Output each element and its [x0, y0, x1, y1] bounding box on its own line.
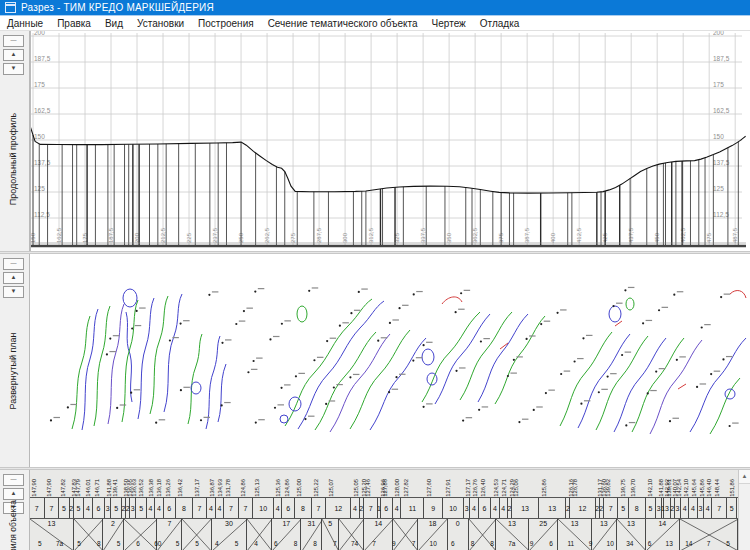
distance-cell: 4 — [274, 498, 282, 518]
svg-text:312,5: 312,5 — [368, 227, 374, 243]
elevation-label: 127,82 — [403, 479, 409, 497]
menu-item-1[interactable]: Данные — [0, 18, 50, 29]
elevation-label: 151,86 — [729, 479, 735, 497]
svg-text:437,5: 437,5 — [628, 227, 634, 243]
distance-cell: 7 — [45, 498, 60, 518]
svg-text:362,5: 362,5 — [472, 227, 478, 243]
svg-text:225: 225 — [186, 232, 192, 243]
workspace: — ▲ ▼ Продольный профиль 150162,5175187,… — [0, 31, 750, 550]
svg-text:400: 400 — [550, 232, 556, 243]
elevation-label: 139,82 — [605, 479, 611, 497]
distance-cell: 12 — [326, 498, 351, 518]
elevation-label: 145,86 — [699, 479, 705, 497]
menu-item-8[interactable]: Отладка — [473, 18, 527, 29]
plan-collapse-button[interactable]: — — [3, 258, 24, 270]
profile-move-up-button[interactable]: ▲ — [3, 49, 24, 61]
menu-item-4[interactable]: Установки — [130, 18, 191, 29]
menu-item-5[interactable]: Построения — [191, 18, 261, 29]
distance-cell: 4 — [491, 498, 499, 518]
distance-cell: 6 — [381, 498, 394, 518]
distance-cell: 7 — [30, 498, 45, 518]
distance-cell: 4 — [84, 498, 92, 518]
distance-cell: 5 — [646, 498, 656, 518]
elevation-label: 146,01 — [85, 479, 91, 497]
table-vertical-scrollbar[interactable]: ▲ — [738, 470, 750, 550]
distance-cell: 4 — [681, 498, 689, 518]
window-title: Разрез - ТИМ КРЕДО МАРКШЕЙДЕРИЯ — [21, 2, 214, 13]
distance-cell: 7 — [312, 498, 327, 518]
distance-cell: 11 — [401, 498, 424, 518]
svg-text:112,5: 112,5 — [713, 211, 729, 218]
elevation-label: 136,42 — [177, 479, 183, 497]
elevation-label: 146,71 — [94, 479, 100, 497]
titlebar: Разрез - ТИМ КРЕДО МАРКШЕЙДЕРИЯ — [0, 0, 750, 16]
distance-cell: 7 — [193, 498, 208, 518]
elevation-label: 136,52 — [138, 479, 144, 497]
plan-canvas[interactable] — [30, 254, 750, 467]
plan-sidebar: — ▲ ▼ Развернутый план — [0, 254, 30, 467]
elevation-label: 124,86 — [284, 479, 290, 497]
panel-object-profile-table: — ▲ ▼ профиля объекта 147,90147,90147,82… — [0, 470, 750, 550]
elevation-label: 147,79 — [75, 479, 81, 497]
menu-item-2[interactable]: Правка — [50, 18, 98, 29]
elevation-label: 136,87 — [209, 479, 215, 497]
elevation-label: 127,91 — [445, 479, 451, 497]
elevation-label: 147,90 — [46, 479, 52, 497]
menu-item-6[interactable]: Сечение тематического объекта — [261, 18, 425, 29]
plan-move-up-button[interactable]: ▲ — [3, 272, 24, 284]
menu-item-3[interactable]: Вид — [98, 18, 130, 29]
table-collapse-button[interactable]: — — [3, 474, 24, 486]
distance-cell: 5 — [74, 498, 84, 518]
distance-cell: 13 — [539, 498, 566, 518]
elevation-label: 125,22 — [313, 479, 319, 497]
svg-text:175: 175 — [34, 81, 45, 88]
menu-item-7[interactable]: Чертеж — [425, 18, 473, 29]
distance-cell: 9 — [424, 498, 443, 518]
svg-text:350: 350 — [446, 232, 452, 243]
elevation-label: 127,46 — [365, 479, 371, 497]
table-row-distances: 7752546352235446874477104687124271641191… — [30, 498, 738, 519]
object-profile-table: 147,90147,90147,82147,83147,79146,01146,… — [30, 470, 738, 550]
distance-cell: 8 — [176, 498, 193, 518]
distance-cell: 4 — [393, 498, 401, 518]
profile-collapse-button[interactable]: — — [3, 35, 24, 47]
distance-cell: 4 — [207, 498, 215, 518]
distance-cell: 13 — [512, 498, 539, 518]
plan-panel-label: Развернутый план — [8, 333, 18, 410]
distance-cell: 4 — [689, 498, 697, 518]
table-sidebar: — ▲ ▼ профиля объекта — [0, 470, 30, 550]
table-move-up-button[interactable]: ▲ — [3, 488, 24, 500]
distance-cell: 10 — [253, 498, 274, 518]
scroll-up-icon[interactable]: ▲ — [739, 470, 750, 484]
svg-text:162,5: 162,5 — [34, 107, 51, 114]
elevation-label: 147,90 — [31, 479, 37, 497]
table-row-bottom-values: 57а58566055454688774797106887а9611910346… — [30, 540, 738, 550]
svg-text:137,5: 137,5 — [34, 159, 51, 166]
elevation-label: 126,78 — [572, 479, 578, 497]
elevation-label: 142,10 — [647, 479, 653, 497]
elevation-label: 126,40 — [480, 479, 486, 497]
distance-cell: 7 — [712, 498, 727, 518]
profile-canvas[interactable]: 150162,5175187,5200212,5225237,5250262,5… — [30, 31, 750, 251]
svg-text:175: 175 — [713, 81, 724, 88]
elevation-label: 139,41 — [112, 479, 118, 497]
elevation-label: 124,71 — [501, 479, 507, 497]
table-area: 147,90147,90147,82147,83147,79146,01146,… — [30, 470, 750, 550]
svg-text:125: 125 — [713, 185, 724, 192]
plan-move-down-button[interactable]: ▼ — [3, 286, 24, 298]
distance-cell: 7 — [604, 498, 619, 518]
elevation-label: 125,07 — [328, 479, 334, 497]
elevation-label: 148,44 — [714, 479, 720, 497]
profile-sidebar: — ▲ ▼ Продольный профиль — [0, 31, 30, 251]
elevation-label: 124,53 — [493, 479, 499, 497]
elevation-label: 141,88 — [658, 479, 664, 497]
svg-text:262,5: 262,5 — [264, 227, 270, 243]
elevation-label: 127,17 — [465, 479, 471, 497]
profile-move-down-button[interactable]: ▼ — [3, 63, 24, 75]
table-panel-label: профиля объекта — [8, 500, 18, 550]
elevation-label: 128,00 — [394, 479, 400, 497]
distance-cell: 4 — [470, 498, 478, 518]
distance-cell: 12 — [570, 498, 595, 518]
elevation-label: 137,17 — [194, 479, 200, 497]
elevation-label: 125,00 — [296, 479, 302, 497]
